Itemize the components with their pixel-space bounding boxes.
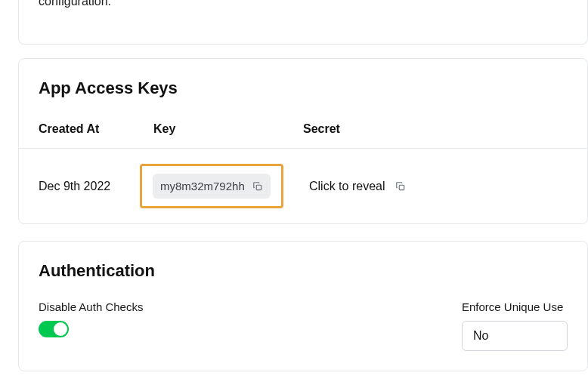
cell-key: my8m32m792hh	[153, 164, 303, 208]
app-access-keys-card: App Access Keys Created At Key Secret De…	[18, 58, 588, 224]
toggle-knob	[54, 322, 67, 336]
svg-rect-0	[256, 185, 261, 189]
disable-auth-toggle[interactable]	[39, 321, 69, 337]
table-header: Created At Key Secret	[19, 115, 587, 149]
copy-icon[interactable]	[252, 181, 263, 192]
authentication-row: Disable Auth Checks Enforce Unique Use N…	[39, 300, 568, 351]
enforce-unique-group: Enforce Unique Use No	[462, 300, 568, 351]
column-header-key: Key	[153, 122, 303, 136]
disable-auth-group: Disable Auth Checks	[39, 300, 143, 337]
access-keys-title: App Access Keys	[19, 79, 587, 115]
disable-auth-label: Disable Auth Checks	[39, 300, 143, 313]
enforce-unique-select[interactable]: No	[462, 321, 568, 351]
svg-rect-1	[400, 185, 404, 189]
authentication-title: Authentication	[39, 261, 568, 281]
config-text-tail: configuration.	[39, 0, 568, 11]
config-card-partial: configuration.	[18, 0, 588, 45]
enforce-unique-label: Enforce Unique Use	[462, 300, 568, 313]
copy-icon[interactable]	[395, 181, 406, 192]
secret-reveal-button[interactable]: Click to reveal	[309, 180, 385, 193]
key-chip[interactable]: my8m32m792hh	[153, 174, 271, 199]
cell-created-at: Dec 9th 2022	[39, 180, 153, 193]
authentication-card: Authentication Disable Auth Checks Enfor…	[18, 241, 588, 371]
column-header-created-at: Created At	[39, 122, 153, 136]
key-value: my8m32m792hh	[160, 180, 245, 192]
key-highlight-box: my8m32m792hh	[140, 164, 283, 208]
cell-secret: Click to reveal	[303, 180, 568, 193]
column-header-secret: Secret	[303, 122, 568, 136]
table-row: Dec 9th 2022 my8m32m792hh Click to revea…	[19, 149, 587, 223]
access-keys-table: Created At Key Secret Dec 9th 2022 my8m3…	[19, 115, 587, 223]
